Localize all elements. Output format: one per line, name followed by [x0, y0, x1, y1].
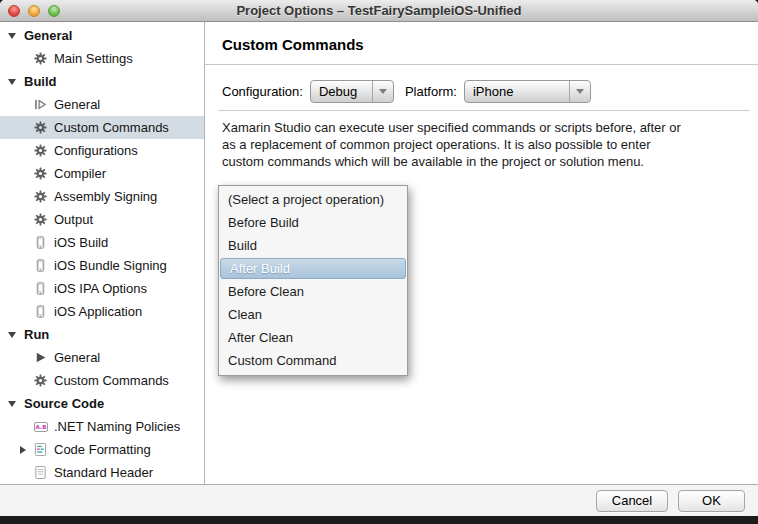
chevron-down-icon[interactable] [8, 332, 16, 338]
gear-icon [33, 373, 48, 388]
build-icon [33, 97, 48, 112]
description-line: custom commands which will be available … [222, 153, 758, 170]
sidebar-item-ios-build[interactable]: iOS Build [0, 231, 204, 254]
configuration-dropdown[interactable]: Debug [310, 80, 394, 103]
sidebar-section-run[interactable]: Run [0, 323, 204, 346]
description-line: as a replacement of common project opera… [222, 136, 758, 153]
iphone-icon [33, 258, 48, 273]
dropdown-arrow-button[interactable] [372, 81, 393, 102]
close-button[interactable] [8, 5, 20, 17]
sidebar-item-configurations[interactable]: Configurations [0, 139, 204, 162]
description-text: Xamarin Studio can execute user specifie… [222, 119, 758, 170]
item-label: Custom Commands [54, 373, 169, 388]
section-label: Source Code [24, 396, 104, 411]
item-label: General [54, 350, 100, 365]
zoom-button[interactable] [48, 5, 60, 17]
item-label: Output [54, 212, 93, 227]
sidebar-item-build-general[interactable]: General [0, 93, 204, 116]
sidebar-item-run-general[interactable]: General [0, 346, 204, 369]
gear-icon [33, 143, 48, 158]
window-title: Project Options – TestFairySampleiOS-Uni… [0, 3, 758, 18]
iphone-icon [33, 235, 48, 250]
item-label: General [54, 97, 100, 112]
menu-item-custom-command[interactable]: Custom Command [219, 349, 407, 372]
ab-naming-icon: A.B [33, 419, 48, 434]
play-icon [33, 350, 48, 365]
platform-value: iPhone [465, 81, 569, 102]
screen-background-strip [0, 516, 758, 524]
sidebar-item-ios-ipa-options[interactable]: iOS IPA Options [0, 277, 204, 300]
item-label: iOS IPA Options [54, 281, 147, 296]
traffic-lights [8, 0, 60, 22]
sidebar: General Main Settings Build General Cust… [0, 22, 205, 484]
item-label: Standard Header [54, 465, 153, 480]
page-title: Custom Commands [222, 36, 758, 53]
gear-icon [33, 51, 48, 66]
menu-item-build[interactable]: Build [219, 234, 407, 257]
chevron-down-icon [576, 89, 584, 94]
sidebar-item-output[interactable]: Output [0, 208, 204, 231]
gear-icon [33, 189, 48, 204]
sidebar-section-general[interactable]: General [0, 24, 204, 47]
configuration-label: Configuration: [222, 84, 303, 99]
gear-icon [33, 166, 48, 181]
sidebar-item-net-naming-policies[interactable]: A.B .NET Naming Policies [0, 415, 204, 438]
menu-item-before-clean[interactable]: Before Clean [219, 280, 407, 303]
chevron-down-icon[interactable] [8, 33, 16, 39]
cancel-button[interactable]: Cancel [596, 490, 668, 512]
item-label: iOS Build [54, 235, 108, 250]
menu-item-select-placeholder[interactable]: (Select a project operation) [219, 188, 407, 211]
platform-dropdown[interactable]: iPhone [464, 80, 591, 103]
sidebar-section-source-code[interactable]: Source Code [0, 392, 204, 415]
dropdown-arrow-button[interactable] [569, 81, 590, 102]
content-panel: Custom Commands Configuration: Debug Pla… [205, 22, 758, 484]
footer-bar: Cancel OK [0, 484, 758, 516]
menu-item-after-clean[interactable]: After Clean [219, 326, 407, 349]
sidebar-item-run-custom-commands[interactable]: Custom Commands [0, 369, 204, 392]
document-icon [33, 465, 48, 480]
description-line: Xamarin Studio can execute user specifie… [222, 119, 758, 136]
svg-text:A.B: A.B [35, 424, 46, 430]
sidebar-item-standard-header[interactable]: Standard Header [0, 461, 204, 484]
section-divider [218, 110, 750, 111]
sidebar-section-build[interactable]: Build [0, 70, 204, 93]
project-options-window: Project Options – TestFairySampleiOS-Uni… [0, 0, 758, 524]
configuration-value: Debug [311, 81, 372, 102]
sidebar-item-assembly-signing[interactable]: Assembly Signing [0, 185, 204, 208]
sidebar-item-ios-application[interactable]: iOS Application [0, 300, 204, 323]
section-label: Run [24, 327, 49, 342]
sidebar-item-ios-bundle-signing[interactable]: iOS Bundle Signing [0, 254, 204, 277]
item-label: Compiler [54, 166, 106, 181]
chevron-down-icon[interactable] [8, 401, 16, 407]
iphone-icon [33, 304, 48, 319]
sidebar-item-custom-commands[interactable]: Custom Commands [0, 116, 204, 139]
item-label: Configurations [54, 143, 138, 158]
section-label: Build [24, 74, 57, 89]
item-label: iOS Application [54, 304, 142, 319]
gear-icon [33, 120, 48, 135]
menu-item-after-build[interactable]: After Build [220, 258, 406, 279]
sidebar-item-compiler[interactable]: Compiler [0, 162, 204, 185]
menu-item-before-build[interactable]: Before Build [219, 211, 407, 234]
minimize-button[interactable] [28, 5, 40, 17]
config-row: Configuration: Debug Platform: iPhone [222, 80, 758, 103]
sidebar-item-main-settings[interactable]: Main Settings [0, 47, 204, 70]
titlebar: Project Options – TestFairySampleiOS-Uni… [0, 0, 758, 22]
iphone-icon [33, 281, 48, 296]
sidebar-item-code-formatting[interactable]: Code Formatting [0, 438, 204, 461]
menu-item-clean[interactable]: Clean [219, 303, 407, 326]
item-label: .NET Naming Policies [54, 419, 180, 434]
project-operation-menu: (Select a project operation) Before Buil… [218, 185, 408, 376]
item-label: Assembly Signing [54, 189, 157, 204]
chevron-down-icon [379, 89, 387, 94]
item-label: iOS Bundle Signing [54, 258, 167, 273]
code-formatting-icon [33, 442, 48, 457]
platform-label: Platform: [405, 84, 457, 99]
chevron-down-icon[interactable] [8, 79, 16, 85]
chevron-right-icon[interactable] [20, 446, 26, 454]
item-label: Code Formatting [54, 442, 151, 457]
item-label: Main Settings [54, 51, 133, 66]
section-label: General [24, 28, 72, 43]
ok-button[interactable]: OK [678, 490, 745, 512]
item-label: Custom Commands [54, 120, 169, 135]
